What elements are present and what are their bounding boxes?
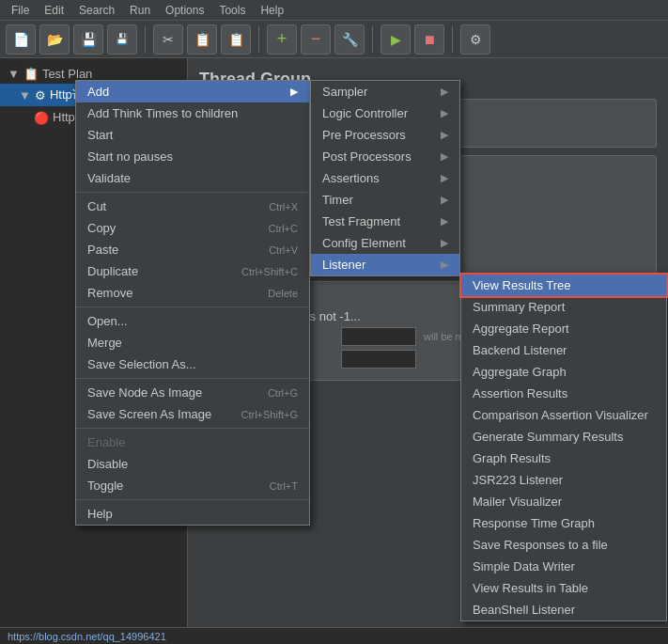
menu-run[interactable]: Run xyxy=(122,2,158,19)
ctx-duplicate[interactable]: Duplicate Ctrl+Shift+C xyxy=(76,260,309,282)
ctx-save-screen-shortcut: Ctrl+Shift+G xyxy=(241,409,298,420)
listener-mailer-label: Mailer Visualizer xyxy=(473,495,562,509)
ctx-remove-label: Remove xyxy=(87,286,132,300)
copy-button[interactable]: 📋 xyxy=(187,24,217,55)
cut-button[interactable]: ✂ xyxy=(153,24,183,55)
submenu-pre-processors-label: Pre Processors xyxy=(322,128,406,142)
submenu-config-arrow: ▶ xyxy=(441,237,448,249)
listener-aggregate-graph-label: Aggregate Graph xyxy=(473,365,567,379)
ctx-add-label: Add xyxy=(87,85,109,99)
listener-assertion-results[interactable]: Assertion Results xyxy=(461,383,666,404)
ctx-save-node-image-label: Save Node As Image xyxy=(87,385,202,400)
ctx-start-no-pauses[interactable]: Start no pauses xyxy=(76,146,309,167)
listener-simple-data-writer[interactable]: Simple Data Writer xyxy=(461,556,666,577)
menu-bar: File Edit Search Run Options Tools Help xyxy=(0,0,668,21)
listener-assertion-results-label: Assertion Results xyxy=(473,386,567,401)
save-button[interactable]: 💾 xyxy=(73,24,103,55)
menu-file[interactable]: File xyxy=(4,2,37,19)
listener-view-results-tree-label: View Results Tree xyxy=(473,278,571,292)
paste-button[interactable]: 📋 xyxy=(221,24,251,55)
duration-input[interactable] xyxy=(341,327,416,346)
ctx-add-think-times[interactable]: Add Think Times to children xyxy=(76,102,309,124)
clear-button[interactable]: 🔧 xyxy=(334,24,365,55)
ctx-disable[interactable]: Disable xyxy=(76,453,309,475)
add-button[interactable]: + xyxy=(267,24,297,55)
submenu-post-processors[interactable]: Post Processors ▶ xyxy=(311,146,459,167)
submenu-config-element[interactable]: Config Element ▶ xyxy=(311,232,459,254)
submenu-listener[interactable]: Listener ▶ xyxy=(311,254,459,275)
listener-view-results-table[interactable]: View Results in Table xyxy=(461,577,666,599)
run-button[interactable]: ▶ xyxy=(381,24,411,55)
submenu-logic-controller[interactable]: Logic Controller ▶ xyxy=(311,102,459,124)
ctx-enable[interactable]: Enable xyxy=(76,432,309,453)
submenu-sampler[interactable]: Sampler ▶ xyxy=(311,81,459,102)
submenu-post-arrow: ▶ xyxy=(441,150,448,163)
menu-options[interactable]: Options xyxy=(158,2,211,19)
ctx-toggle[interactable]: Toggle Ctrl+T xyxy=(76,475,309,496)
listener-summary-report-label: Summary Report xyxy=(473,300,565,314)
ctx-add[interactable]: Add ▶ xyxy=(76,81,309,102)
submenu-test-fragment-arrow: ▶ xyxy=(441,215,448,228)
submenu-logic-controller-label: Logic Controller xyxy=(322,106,408,120)
ctx-open[interactable]: Open... xyxy=(76,310,309,332)
ctx-save-screen-image[interactable]: Save Screen As Image Ctrl+Shift+G xyxy=(76,403,309,425)
listener-aggregate-report[interactable]: Aggregate Report xyxy=(461,318,666,339)
ctx-paste[interactable]: Paste Ctrl+V xyxy=(76,239,309,260)
submenu-post-processors-label: Post Processors xyxy=(322,149,412,164)
menu-edit[interactable]: Edit xyxy=(37,2,71,19)
listener-generate-summary[interactable]: Generate Summary Results xyxy=(461,426,666,448)
listener-jsr223[interactable]: JSR223 Listener xyxy=(461,469,666,491)
stop-button[interactable]: ⏹ xyxy=(414,24,444,55)
ctx-save-selection[interactable]: Save Selection As... xyxy=(76,353,309,375)
listener-comparison-assertion-label: Comparison Assertion Visualizer xyxy=(473,408,648,422)
submenu-logic-arrow: ▶ xyxy=(441,107,448,119)
ctx-validate-label: Validate xyxy=(87,171,131,185)
submenu-assertions[interactable]: Assertions ▶ xyxy=(311,167,459,189)
listener-response-time-graph[interactable]: Response Time Graph xyxy=(461,512,666,534)
submenu-timer[interactable]: Timer ▶ xyxy=(311,189,459,211)
ctx-validate[interactable]: Validate xyxy=(76,167,309,189)
open-button[interactable]: 📂 xyxy=(39,24,70,55)
menu-tools[interactable]: Tools xyxy=(211,2,253,19)
settings-button[interactable]: ⚙ xyxy=(460,24,490,55)
menu-help[interactable]: Help xyxy=(253,2,291,19)
startup-input[interactable] xyxy=(341,350,416,369)
listener-backend-listener[interactable]: Backend Listener xyxy=(461,339,666,361)
submenu-assertions-arrow: ▶ xyxy=(441,172,448,184)
listener-beanshell-label: BeanShell Listener xyxy=(473,603,575,617)
submenu-sampler-arrow: ▶ xyxy=(441,86,448,98)
ctx-sep-2 xyxy=(76,306,309,307)
listener-view-results-tree[interactable]: View Results Tree xyxy=(461,275,666,296)
ctx-start[interactable]: Start xyxy=(76,124,309,146)
listener-beanshell[interactable]: BeanShell Listener xyxy=(461,599,666,620)
ctx-sep-5 xyxy=(76,499,309,500)
ctx-help[interactable]: Help xyxy=(76,503,309,525)
ctx-merge[interactable]: Merge xyxy=(76,332,309,353)
ctx-copy-label: Copy xyxy=(87,221,116,235)
submenu-listener-label: Listener xyxy=(322,258,365,272)
ctx-remove[interactable]: Remove Delete xyxy=(76,282,309,304)
listener-summary-report[interactable]: Summary Report xyxy=(461,296,666,318)
ctx-paste-label: Paste xyxy=(87,243,118,257)
submenu-listener-arrow: ▶ xyxy=(441,259,448,271)
ctx-copy[interactable]: Copy Ctrl+C xyxy=(76,217,309,239)
listener-comparison-assertion[interactable]: Comparison Assertion Visualizer xyxy=(461,404,666,426)
ctx-open-label: Open... xyxy=(87,314,128,328)
listener-graph-results[interactable]: Graph Results xyxy=(461,448,666,469)
listener-mailer[interactable]: Mailer Visualizer xyxy=(461,491,666,512)
listener-save-responses[interactable]: Save Responses to a file xyxy=(461,534,666,556)
ctx-add-think-times-label: Add Think Times to children xyxy=(87,106,238,120)
menu-search[interactable]: Search xyxy=(71,2,122,19)
save-as-button[interactable]: 💾 xyxy=(107,24,137,55)
ctx-enable-label: Enable xyxy=(87,435,125,449)
tree-item-label: Test Plan xyxy=(42,67,92,81)
new-button[interactable]: 📄 xyxy=(6,24,36,55)
submenu-pre-processors[interactable]: Pre Processors ▶ xyxy=(311,124,459,146)
submenu-test-fragment[interactable]: Test Fragment ▶ xyxy=(311,211,459,232)
ctx-disable-label: Disable xyxy=(87,457,128,471)
ctx-cut[interactable]: Cut Ctrl+X xyxy=(76,196,309,217)
listener-aggregate-graph[interactable]: Aggregate Graph xyxy=(461,361,666,383)
ctx-save-node-image[interactable]: Save Node As Image Ctrl+G xyxy=(76,382,309,403)
remove-button[interactable]: − xyxy=(301,24,331,55)
submenu-pre-arrow: ▶ xyxy=(441,129,448,141)
